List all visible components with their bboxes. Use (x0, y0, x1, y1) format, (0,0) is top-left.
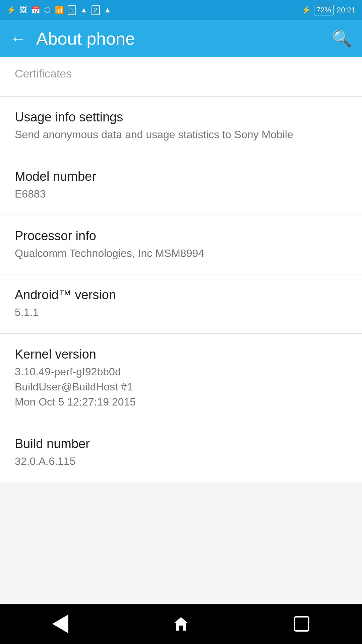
status-bar-left: ⚡ 🖼 📅 ⬡ 📶 1 ▲ 2 ▲ (7, 5, 111, 15)
usage-info-item[interactable]: Usage info settings Send anonymous data … (0, 97, 362, 156)
android-version-title: Android™ version (15, 288, 347, 302)
search-button[interactable]: 🔍 (332, 29, 352, 48)
sim2-icon: 2 (92, 5, 100, 15)
image-icon: 🖼 (20, 6, 27, 14)
home-icon (173, 615, 189, 632)
content-area: Certificates Usage info settings Send an… (0, 57, 362, 604)
kernel-version-item[interactable]: Kernel version 3.10.49-perf-gf92bb0d Bui… (0, 334, 362, 423)
calendar-icon: 📅 (31, 6, 40, 14)
nav-back-button[interactable] (47, 610, 74, 637)
usage-info-title: Usage info settings (15, 110, 347, 124)
navigation-bar (0, 604, 362, 644)
model-number-value: E6883 (15, 186, 347, 202)
processor-info-item[interactable]: Processor info Qualcomm Technologies, In… (0, 215, 362, 275)
kernel-version-title: Kernel version (15, 347, 347, 362)
processor-info-value: Qualcomm Technologies, Inc MSM8994 (15, 246, 347, 261)
android-version-item[interactable]: Android™ version 5.1.1 (0, 274, 362, 334)
usage-info-subtitle: Send anonymous data and usage statistics… (15, 127, 347, 142)
signal1-icon: ▲ (80, 6, 87, 14)
svg-marker-0 (174, 617, 188, 631)
sim1-icon: 1 (68, 5, 76, 15)
build-number-value: 32.0.A.6.115 (15, 454, 347, 469)
build-number-item[interactable]: Build number 32.0.A.6.115 (0, 423, 362, 483)
battery-icon: ⚡ (302, 6, 311, 14)
status-bar-right: ⚡ 72% 20:21 (302, 5, 355, 15)
build-number-title: Build number (15, 437, 347, 451)
wifi-icon: 📶 (55, 6, 64, 14)
model-number-item[interactable]: Model number E6883 (0, 156, 362, 215)
nav-recents-button[interactable] (288, 610, 315, 637)
android-version-value: 5.1.1 (15, 305, 347, 320)
back-button[interactable]: ← (10, 31, 26, 47)
usb-icon: ⚡ (7, 6, 16, 14)
battery-level: 72% (314, 5, 334, 15)
bluetooth-icon: ⬡ (44, 6, 51, 14)
kernel-version-value: 3.10.49-perf-gf92bb0d BuildUser@BuildHos… (15, 364, 347, 409)
nav-home-button[interactable] (168, 610, 194, 637)
signal2-icon: ▲ (104, 6, 111, 14)
status-bar: ⚡ 🖼 📅 ⬡ 📶 1 ▲ 2 ▲ ⚡ 72% 20:21 (0, 0, 362, 20)
back-triangle-icon (52, 614, 68, 633)
recents-square-icon (294, 616, 309, 632)
model-number-title: Model number (15, 169, 347, 184)
certificates-item[interactable]: Certificates (0, 57, 362, 97)
certificates-title: Certificates (15, 67, 347, 80)
app-bar: ← About phone 🔍 (0, 20, 362, 57)
time: 20:21 (337, 6, 355, 14)
page-title: About phone (36, 29, 332, 49)
processor-info-title: Processor info (15, 229, 347, 243)
